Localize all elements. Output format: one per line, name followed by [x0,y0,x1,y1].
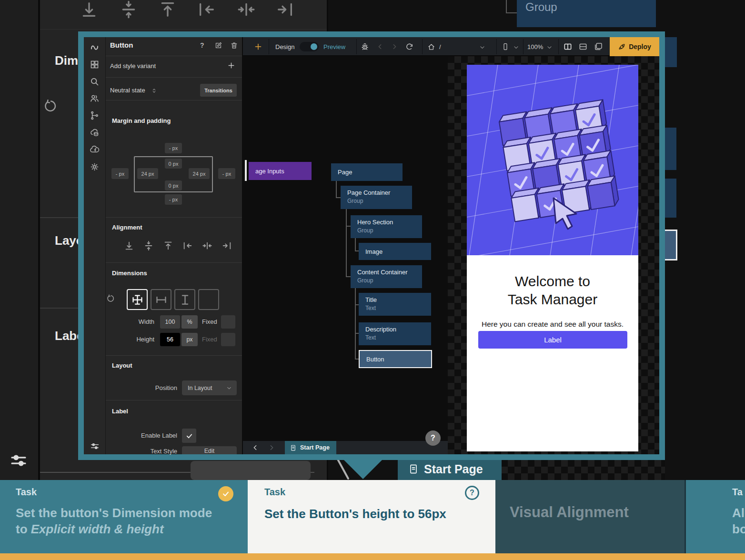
margin-bottom-input[interactable]: - px [165,194,182,205]
sliders-icon[interactable] [90,441,100,451]
label-section-title: Label [112,408,128,415]
enable-label-checkbox[interactable] [182,429,196,443]
margin-left-value: - px [116,171,124,177]
task-text-line1: Set the button's Dimension mode [16,506,212,520]
nav-forward-icon[interactable] [391,43,398,50]
debug-bug-icon[interactable] [361,42,369,51]
padding-top-input[interactable]: 0 px [165,159,182,169]
design-preview-toggle[interactable] [300,42,319,51]
padding-bottom-input[interactable]: 0 px [165,180,182,190]
dimension-mode-none-button[interactable] [198,289,219,310]
dimension-mode-explicit-button[interactable] [127,289,148,310]
add-element-icon[interactable] [254,42,262,51]
width-input[interactable]: 100 [160,315,180,329]
zoom-chevron-icon[interactable] [546,44,553,50]
align-hcenter-button[interactable] [202,240,212,251]
tree-connector [346,226,351,227]
device-chevron-icon[interactable] [513,44,519,50]
padding-top-value: 0 px [169,161,179,167]
tree-node-content-container[interactable]: Content Container Group [351,265,422,288]
task-text-fragment-1: Al [732,506,745,520]
align-left-button[interactable] [182,240,193,251]
width-unit-select[interactable]: % [181,315,198,329]
margin-right-input[interactable]: - px [218,168,235,179]
gear-icon[interactable] [90,162,100,172]
dimension-mode-height-button[interactable] [174,289,195,310]
preview-heading-line2: Task Manager [467,290,638,309]
trash-icon[interactable] [230,41,238,50]
page-nav-forward-icon[interactable] [268,444,275,451]
start-page-tab[interactable]: Start Page [285,441,336,454]
inspector-help-icon[interactable]: ? [200,41,204,49]
split-horizontal-icon[interactable] [578,42,588,51]
bg-align-top-icon [158,0,177,19]
tree-node-button-selected[interactable]: Button [359,350,432,368]
align-bottom-button[interactable] [124,240,134,251]
text-style-label: Text Style [134,448,177,455]
split-vertical-icon[interactable] [563,42,573,51]
search-icon[interactable] [90,77,100,87]
edit-icon[interactable] [214,41,222,50]
padding-left-input[interactable]: 24 px [137,168,158,179]
cloud-function-icon[interactable] [90,144,100,154]
logo-icon[interactable] [90,42,100,52]
page-nav-back-icon[interactable] [252,444,259,451]
state-selector[interactable]: Neutral state [110,87,145,94]
url-path[interactable]: / [439,43,441,50]
url-chevron-icon[interactable] [479,44,485,50]
inspector-title: Button [110,41,133,49]
tree-node-title[interactable]: Title Text [359,293,431,316]
margin-left-input[interactable]: - px [111,168,129,179]
bg-left-column [0,0,38,480]
tree-node-title: Title [365,296,431,303]
toolbar-divider-3 [422,39,423,54]
align-right-button[interactable] [221,240,232,251]
width-fixed-checkbox[interactable] [221,315,235,329]
dimension-mode-width-button[interactable] [151,289,171,310]
dropdown-caret-icon [226,385,232,391]
height-fixed-checkbox[interactable] [221,333,235,346]
height-input[interactable]: 56 [160,333,180,346]
design-mode-label[interactable]: Design [275,43,294,50]
canvas-help-button[interactable]: ? [425,430,441,446]
margin-top-input[interactable]: - px [165,143,182,153]
tree-node-page-container[interactable]: Page Container Group [341,186,412,209]
tree-connector [346,209,347,277]
task-help-badge[interactable]: ? [465,486,479,500]
preview-mode-label[interactable]: Preview [323,43,345,50]
align-top-button[interactable] [163,240,173,251]
deploy-button[interactable]: Deploy [610,37,659,56]
add-variant-plus-icon[interactable] [227,61,235,70]
task-card-upcoming: Visual Alignment [495,480,685,553]
width-label: Width [127,318,154,325]
transitions-button[interactable]: Transitions [200,84,237,97]
height-unit-select[interactable]: px [181,333,198,346]
screenshot-root: Dime Layo Labe Hero Section Group Start … [0,0,745,560]
tree-node-image[interactable]: Image [359,243,431,260]
windows-icon[interactable] [594,42,603,51]
align-vcenter-button[interactable] [143,240,154,251]
zoom-level[interactable]: 100% [527,43,543,50]
bg-sliders-icon [9,450,29,470]
tree-node-page[interactable]: Page [331,163,403,181]
home-icon[interactable] [427,43,435,51]
tree-node-description[interactable]: Description Text [359,322,431,345]
dimensions-reset-icon[interactable] [107,294,115,303]
device-phone-icon[interactable] [502,43,509,50]
preview-label-button[interactable]: Label [478,331,627,349]
position-dropdown[interactable]: In Layout [182,380,237,395]
users-icon[interactable] [90,93,100,103]
tree-node-title: Hero Section [357,219,422,226]
tree-connector [336,197,341,198]
padding-right-input[interactable]: 24 px [189,168,210,179]
bg-tree-connector-h [506,12,517,13]
tree-node-hero-section[interactable]: Hero Section Group [351,215,422,238]
cloud-data-icon[interactable] [90,128,100,138]
nav-back-icon[interactable] [376,43,384,50]
tree-node-page-inputs[interactable]: age Inputs [249,162,312,180]
margin-padding-title: Margin and padding [112,117,171,124]
flow-icon[interactable] [90,110,100,120]
refresh-icon[interactable] [405,43,413,51]
blocks-icon[interactable] [90,60,100,70]
text-style-edit-button[interactable]: Edit [182,446,237,454]
